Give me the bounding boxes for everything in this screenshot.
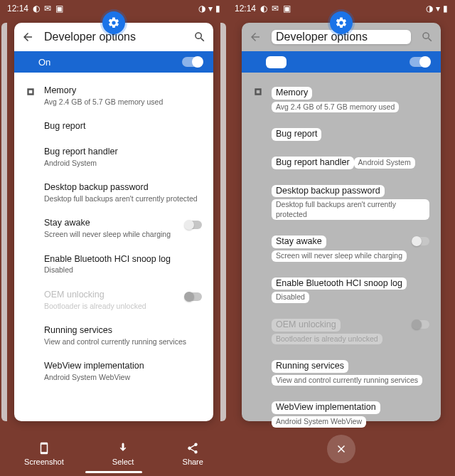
pie-icon: ◐ xyxy=(260,4,267,14)
setting-subtitle[interactable]: Bootloader is already unlocked xyxy=(272,334,382,345)
chip-icon xyxy=(26,87,36,97)
setting-row-bug_handler[interactable]: Bug report handlerAndroid System xyxy=(26,147,202,168)
app-badge-settings[interactable] xyxy=(330,11,353,34)
setting-subtitle: Bootloader is already unlocked xyxy=(44,302,185,312)
close-button[interactable] xyxy=(327,435,355,463)
setting-title: Bug report xyxy=(44,121,202,132)
gesture-pill[interactable] xyxy=(85,471,142,473)
setting-row-running_svc[interactable]: Running servicesView and control current… xyxy=(26,325,202,347)
select-label: Select xyxy=(112,458,134,466)
setting-row-running_svc[interactable]: Running servicesView and control current… xyxy=(253,359,429,386)
setting-switch-oem_unlock xyxy=(185,292,202,301)
close-icon xyxy=(335,443,348,455)
app-badge-settings[interactable] xyxy=(102,11,125,34)
setting-switch-stay_awake[interactable] xyxy=(185,221,202,229)
setting-row-memory[interactable]: MemoryAvg 2.4 GB of 5.7 GB memory used xyxy=(253,85,429,112)
brightness-icon: ◑ xyxy=(198,4,205,14)
setting-row-memory[interactable]: MemoryAvg 2.4 GB of 5.7 GB memory used xyxy=(26,85,202,107)
setting-subtitle: Android System WebView xyxy=(44,373,202,383)
share-button[interactable]: Share xyxy=(183,442,203,466)
back-icon[interactable] xyxy=(21,31,34,43)
master-toggle-row[interactable]: On xyxy=(14,51,213,73)
setting-subtitle[interactable]: Avg 2.4 GB of 5.7 GB memory used xyxy=(272,102,399,113)
master-toggle-row[interactable]: On xyxy=(242,51,441,73)
screenshot-label: Screenshot xyxy=(24,458,64,466)
share-icon xyxy=(186,442,199,455)
setting-subtitle: Avg 2.4 GB of 5.7 GB memory used xyxy=(44,97,202,107)
setting-row-backup_pw[interactable]: Desktop backup passwordDesktop full back… xyxy=(26,182,202,203)
prev-app-peek[interactable] xyxy=(1,23,7,421)
setting-subtitle[interactable]: Disabled xyxy=(272,292,309,303)
wifi-icon: ▾ xyxy=(436,4,440,14)
setting-subtitle[interactable]: Desktop full backups aren't currently pr… xyxy=(272,199,429,220)
screenshot-icon xyxy=(38,442,50,455)
mail-icon: ✉ xyxy=(44,4,51,14)
setting-row-oem_unlock: OEM unlockingBootloader is already unloc… xyxy=(26,290,202,311)
share-label: Share xyxy=(183,458,203,466)
next-app-peek[interactable] xyxy=(220,23,226,421)
settings-list: MemoryAvg 2.4 GB of 5.7 GB memory usedBu… xyxy=(14,73,213,403)
setting-title[interactable]: Bug report xyxy=(272,128,321,141)
setting-row-bug_handler[interactable]: Bug report handlerAndroid System xyxy=(253,155,429,169)
setting-title[interactable]: Running services xyxy=(272,360,348,373)
mail-icon: ✉ xyxy=(272,4,279,14)
master-switch[interactable] xyxy=(410,57,429,67)
search-icon[interactable] xyxy=(421,31,434,43)
setting-title[interactable]: Stay awake xyxy=(272,236,326,248)
setting-subtitle: Screen will never sleep while charging xyxy=(44,230,185,240)
picture-icon: ▣ xyxy=(283,4,291,14)
battery-icon: ▮ xyxy=(215,4,220,14)
search-icon[interactable] xyxy=(193,31,206,43)
recents-actions: Screenshot Select Share xyxy=(0,442,228,466)
setting-row-backup_pw[interactable]: Desktop backup passwordDesktop full back… xyxy=(253,184,429,221)
setting-subtitle[interactable]: Screen will never sleep while charging xyxy=(272,250,407,262)
setting-title: WebView implementation xyxy=(44,361,202,372)
setting-title: Desktop backup password xyxy=(44,182,202,194)
screenshot-button[interactable]: Screenshot xyxy=(24,442,64,466)
setting-title[interactable]: OEM unlocking xyxy=(272,319,341,332)
setting-switch-stay_awake[interactable] xyxy=(412,237,429,245)
select-button[interactable]: Select xyxy=(112,442,134,466)
setting-title: Stay awake xyxy=(44,218,185,229)
clock: 12:14 xyxy=(7,4,28,14)
setting-row-stay_awake[interactable]: Stay awakeScreen will never sleep while … xyxy=(253,234,429,261)
setting-title[interactable]: Enable Bluetooth HCI snoop log xyxy=(272,277,407,290)
setting-row-oem_unlock: OEM unlockingBootloader is already unloc… xyxy=(253,317,429,344)
recents-card-selectmode[interactable]: Developer options On MemoryAvg 2.4 GB of… xyxy=(242,23,441,421)
gear-icon xyxy=(107,16,120,29)
setting-row-webview[interactable]: WebView implementationAndroid System Web… xyxy=(253,400,429,427)
setting-title[interactable]: Desktop backup password xyxy=(272,185,385,198)
brightness-icon: ◑ xyxy=(426,4,433,14)
recents-card[interactable]: Developer options On MemoryAvg 2.4 GB of… xyxy=(14,23,213,421)
pie-icon: ◐ xyxy=(33,4,40,14)
battery-icon: ▮ xyxy=(443,4,448,14)
setting-subtitle: Android System xyxy=(44,159,202,169)
back-icon[interactable] xyxy=(249,31,262,43)
setting-row-bt_hci[interactable]: Enable Bluetooth HCI snoop logDisabled xyxy=(253,276,429,303)
master-switch[interactable] xyxy=(182,57,202,67)
setting-title[interactable]: Bug report handler xyxy=(272,157,354,169)
on-label: On xyxy=(38,57,50,68)
select-icon xyxy=(117,442,129,455)
gear-icon xyxy=(335,16,348,29)
setting-row-bug_report[interactable]: Bug report xyxy=(26,121,202,132)
settings-list: MemoryAvg 2.4 GB of 5.7 GB memory usedBu… xyxy=(242,73,441,448)
setting-title: Running services xyxy=(44,325,202,337)
setting-subtitle: Disabled xyxy=(44,265,202,275)
setting-subtitle[interactable]: Android System WebView xyxy=(272,416,366,428)
setting-subtitle[interactable]: View and control currently running servi… xyxy=(272,375,422,386)
chip-icon xyxy=(253,87,263,97)
setting-title: OEM unlocking xyxy=(44,290,185,301)
setting-row-stay_awake[interactable]: Stay awakeScreen will never sleep while … xyxy=(26,218,202,239)
setting-title[interactable]: WebView implementation xyxy=(272,401,380,414)
setting-title[interactable]: Memory xyxy=(272,87,312,100)
setting-subtitle[interactable]: Android System xyxy=(354,157,415,169)
setting-row-bt_hci[interactable]: Enable Bluetooth HCI snoop logDisabled xyxy=(26,254,202,275)
on-label[interactable]: On xyxy=(266,56,287,68)
setting-switch-oem_unlock xyxy=(412,320,429,329)
setting-row-bug_report[interactable]: Bug report xyxy=(253,127,429,141)
picture-icon: ▣ xyxy=(55,4,63,14)
setting-title: Enable Bluetooth HCI snoop log xyxy=(44,254,202,265)
setting-subtitle: View and control currently running servi… xyxy=(44,337,202,347)
setting-row-webview[interactable]: WebView implementationAndroid System Web… xyxy=(26,361,202,382)
